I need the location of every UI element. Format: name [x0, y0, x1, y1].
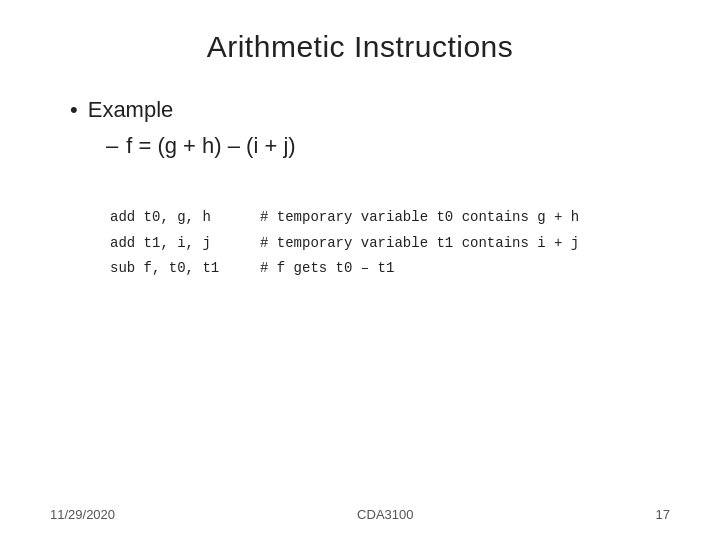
bullet-text-example: Example — [88, 96, 174, 125]
code-comment-3: # f gets t0 – t1 — [260, 256, 394, 281]
code-section: add t0, g, h # temporary variable t0 con… — [110, 205, 670, 281]
sub-dash: – — [106, 131, 118, 162]
footer: 11/29/2020 CDA3100 17 — [0, 507, 720, 522]
code-comment-2: # temporary variable t1 contains i + j — [260, 231, 579, 256]
bullet-item-example: • Example — [70, 96, 670, 125]
slide-title: Arithmetic Instructions — [50, 30, 670, 64]
formula-text: f = (g + h) – (i + j) — [126, 131, 295, 162]
code-instruction-3: sub f, t0, t1 — [110, 256, 260, 281]
footer-course: CDA3100 — [357, 507, 413, 522]
bullet-section: • Example – f = (g + h) – (i + j) — [70, 96, 670, 161]
bullet-dot: • — [70, 96, 78, 125]
sub-bullet-formula: – f = (g + h) – (i + j) — [106, 131, 670, 162]
code-line-1: add t0, g, h # temporary variable t0 con… — [110, 205, 670, 230]
code-comment-1: # temporary variable t0 contains g + h — [260, 205, 579, 230]
code-instruction-2: add t1, i, j — [110, 231, 260, 256]
footer-page: 17 — [656, 507, 670, 522]
code-line-3: sub f, t0, t1 # f gets t0 – t1 — [110, 256, 670, 281]
code-line-2: add t1, i, j # temporary variable t1 con… — [110, 231, 670, 256]
slide: Arithmetic Instructions • Example – f = … — [0, 0, 720, 540]
footer-date: 11/29/2020 — [50, 507, 115, 522]
code-instruction-1: add t0, g, h — [110, 205, 260, 230]
